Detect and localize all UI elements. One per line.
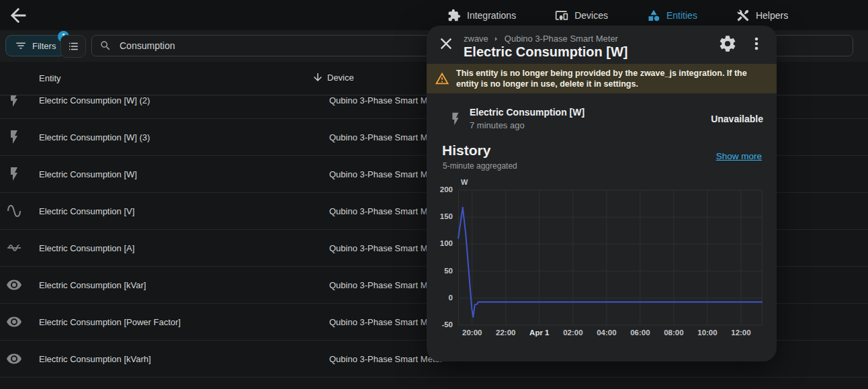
- tab-entities[interactable]: Entities: [647, 9, 697, 22]
- entity-name: Electric Consumption [kVarh]: [39, 354, 151, 364]
- shapes-icon: [647, 9, 660, 22]
- column-header-device-label: Device: [327, 73, 354, 83]
- back-button[interactable]: [7, 4, 30, 27]
- history-title: History: [442, 142, 490, 159]
- tab-label: Helpers: [756, 10, 788, 21]
- entity-name: Electric Consumption [A]: [39, 243, 134, 253]
- sort-arrow-down-icon: [312, 71, 324, 83]
- breadcrumb: zwave Qubino 3-Phase Smart Meter: [464, 34, 618, 44]
- y-tick-label: 100: [423, 239, 453, 247]
- history-series-line: [458, 208, 763, 317]
- device-name: Qubino 3-Phase Smart Meter: [329, 95, 443, 105]
- x-axis-labels: 20:0022:00Apr 102:0004:0006:0008:0010:00…: [458, 329, 763, 339]
- flash-icon: [6, 166, 22, 182]
- search-icon: [99, 40, 112, 52]
- flash-icon: [448, 112, 463, 126]
- entity-name: Electric Consumption [W] (2): [39, 95, 150, 105]
- filters-button-label: Filters: [32, 41, 56, 51]
- entity-last-changed: 7 minutes ago: [470, 120, 525, 130]
- history-chart-svg: [458, 190, 763, 325]
- y-tick-label: 200: [423, 185, 453, 193]
- tab-label: Entities: [666, 10, 697, 21]
- sine-wave-icon: [6, 203, 22, 219]
- current-ac-icon: [6, 240, 22, 256]
- history-subtitle: 5-minute aggregated: [443, 161, 517, 171]
- entity-name: Electric Consumption [W]: [470, 107, 584, 118]
- entity-name: Electric Consumption [Power Factor]: [39, 317, 181, 327]
- y-axis-labels: 200150100500-50: [423, 190, 453, 325]
- eye-icon: [6, 351, 22, 367]
- dialog-title: Electric Consumption [W]: [464, 44, 627, 60]
- devices-icon: [555, 9, 568, 22]
- entity-name: Electric Consumption [kVar]: [39, 280, 146, 290]
- close-icon[interactable]: [437, 34, 455, 53]
- device-name: Qubino 3-Phase Smart Meter: [329, 132, 443, 142]
- entity-more-info-dialog: zwave Qubino 3-Phase Smart Meter Electri…: [427, 26, 777, 361]
- breadcrumb-device[interactable]: Qubino 3-Phase Smart Meter: [505, 34, 618, 44]
- filters-button[interactable]: Filters 1: [5, 35, 65, 56]
- column-settings-button[interactable]: [60, 35, 86, 58]
- table-row[interactable]: Electric Consumption [kVar] (2)Qubino 3-…: [0, 377, 868, 389]
- device-name: Qubino 3-Phase Smart Meter: [329, 169, 443, 179]
- show-more-link[interactable]: Show more: [716, 151, 762, 161]
- warning-banner: This entity is no longer being provided …: [427, 64, 777, 93]
- entity-name: Electric Consumption [W] (3): [39, 132, 150, 142]
- y-tick-label: -50: [423, 320, 453, 329]
- puzzle-icon: [447, 9, 461, 22]
- tab-helpers[interactable]: Helpers: [736, 9, 788, 22]
- y-tick-label: 150: [423, 212, 453, 220]
- tab-devices[interactable]: Devices: [555, 9, 608, 22]
- tab-label: Devices: [574, 10, 608, 21]
- list-checks-icon: [67, 40, 79, 52]
- column-header-entity[interactable]: Entity: [39, 73, 61, 83]
- tab-integrations[interactable]: Integrations: [447, 9, 516, 22]
- gear-icon[interactable]: [718, 34, 737, 53]
- entity-state: Unavailable: [711, 114, 763, 124]
- breadcrumb-integration[interactable]: zwave: [464, 34, 488, 44]
- y-tick-label: 0: [423, 294, 453, 302]
- column-header-device[interactable]: Device: [312, 71, 354, 83]
- entity-name: Electric Consumption [V]: [39, 206, 134, 216]
- filter-icon: [15, 40, 27, 52]
- history-chart-plot[interactable]: W 200150100500-50 20:0022:00Apr 102:0004…: [458, 190, 763, 325]
- y-axis-unit-label: W: [461, 178, 468, 186]
- device-name: Qubino 3-Phase Smart Meter: [329, 354, 443, 364]
- entity-name: Electric Consumption [W]: [39, 169, 137, 179]
- chevron-right-icon: [493, 36, 500, 42]
- flash-icon: [6, 129, 22, 145]
- tab-label: Integrations: [467, 10, 516, 21]
- kebab-menu-icon[interactable]: [747, 34, 766, 53]
- app-root: IntegrationsDevicesEntitiesHelpers Filte…: [0, 0, 868, 389]
- eye-icon: [6, 314, 22, 330]
- warning-text: This entity is no longer being provided …: [456, 68, 767, 89]
- warning-triangle-icon: [435, 71, 449, 86]
- eye-icon: [6, 277, 22, 293]
- y-tick-label: 50: [423, 267, 453, 275]
- x-tick-label: 12:00: [721, 329, 761, 337]
- tools-icon: [736, 9, 750, 22]
